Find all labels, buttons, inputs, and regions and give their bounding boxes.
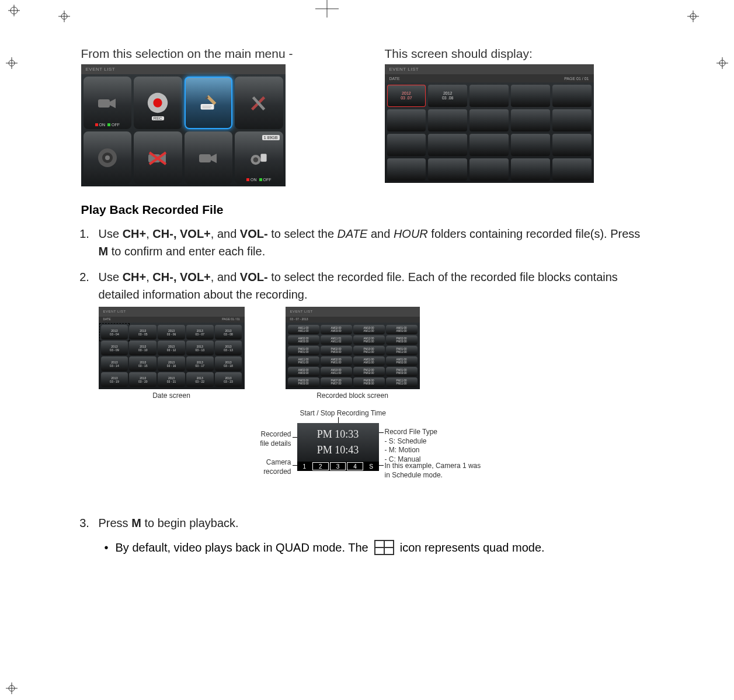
date-tile[interactable] (552, 134, 592, 156)
cam2-tile[interactable] (185, 131, 233, 184)
rec-label: REC (152, 116, 164, 120)
date-tile[interactable]: 201303 - 22 (186, 372, 214, 387)
date-tile[interactable]: 201303 - 18 (215, 356, 242, 371)
disabled-cam-tile[interactable] (134, 131, 182, 184)
main-menu-screenshot: EVENT LIST ON OFF (81, 64, 286, 186)
svg-marker-18 (110, 99, 116, 108)
date-tile[interactable]: 201303 - 07 (186, 325, 214, 339)
rec-tile[interactable]: REC (134, 77, 182, 129)
date-tile[interactable] (552, 85, 592, 107)
date-tile[interactable]: 201303 - 15 (129, 356, 156, 371)
date-tile[interactable] (469, 85, 509, 107)
cam-x-icon (145, 145, 171, 171)
hour-tile[interactable]: AM01:00AM01:00 (386, 325, 418, 334)
stop-time: PM 10:43 (297, 442, 379, 458)
date-tile[interactable]: 201303 - 13 (215, 341, 242, 355)
hour-tile[interactable]: PM02:00PM03:00 (386, 335, 418, 345)
date-tile[interactable]: 201303 - 13 (186, 341, 214, 355)
svg-rect-21 (200, 104, 214, 110)
hour-tile[interactable]: PM10:00PM11:00 (353, 346, 385, 355)
svg-point-20 (154, 98, 162, 107)
section-heading: Play Back Recorded File (81, 203, 653, 217)
hour-tile[interactable]: AM11:01AM11:02 (321, 335, 352, 345)
date-tile[interactable] (552, 158, 592, 181)
date-tile[interactable]: 201303 - 14 (101, 356, 128, 371)
date-tile[interactable] (428, 158, 467, 181)
hour-tile[interactable]: AM02:00AM03:00 (288, 335, 319, 345)
date-tile[interactable] (387, 109, 426, 131)
hour-tile[interactable]: PM08:00PM08:00 (353, 377, 385, 387)
hour-tile[interactable]: AM10:00AM11:00 (353, 325, 385, 334)
date-tile[interactable]: 201303 - 10 (129, 341, 156, 355)
hour-tile[interactable]: PM12:00PM02:00 (353, 367, 385, 376)
mini-date-screenshot: EVENT LIST DATEPAGE 01 / 01 201303 - 042… (99, 307, 245, 401)
hour-tile[interactable]: AM11:00AM11:00 (288, 325, 319, 334)
hour-tile[interactable]: AM02:00AM03:00 (288, 367, 319, 376)
date-tile[interactable] (511, 158, 550, 181)
hour-tile[interactable]: AM01:00AM01:00 (353, 356, 385, 366)
hour-tile[interactable]: AM11:00PM01:00 (288, 356, 319, 366)
date-tile[interactable] (469, 109, 509, 131)
page-indicator: PAGE 01 / 01 (564, 77, 589, 81)
hour-tile[interactable]: PM01:00PM11:00 (386, 346, 418, 355)
sd-icon (246, 145, 272, 171)
cam2-icon (196, 145, 221, 171)
hour-tile[interactable]: PM01:00PM01:00 (288, 346, 319, 355)
date-tile[interactable] (428, 134, 467, 156)
tools-tile[interactable] (235, 77, 283, 129)
date-tile[interactable]: 201303 - 20 (129, 372, 156, 387)
date-tile[interactable]: 201303 - 08 (215, 325, 242, 339)
speaker-icon (95, 145, 120, 171)
storage-tile[interactable]: 1 89GB ON OFF (235, 131, 283, 184)
reg-mark (687, 11, 699, 22)
hour-tile[interactable]: PM01:00PM03:00 (386, 367, 418, 376)
date-tile[interactable]: 201303 - 16 (158, 356, 185, 371)
step-1: Use CH+, CH-, VOL+, and VOL- to select t… (93, 225, 653, 260)
date-tile[interactable]: 201303 - 19 (101, 372, 128, 387)
write-tile[interactable] (185, 77, 233, 129)
date-tile[interactable]: 201303 - 17 (186, 356, 214, 371)
svg-rect-35 (199, 154, 211, 162)
hour-tile[interactable]: PM11:00PM11:00 (386, 377, 418, 387)
hour-tile[interactable]: AM01:00PM02:00 (386, 356, 418, 366)
date-tile[interactable] (511, 85, 550, 107)
cam-cell: S (364, 462, 379, 471)
date-tile[interactable] (552, 109, 592, 131)
hour-tile[interactable]: AM02:00AM03:00 (321, 325, 352, 334)
date-tile[interactable]: 201303 - 23 (215, 372, 242, 387)
date-tile[interactable]: 201203 .07 (387, 85, 426, 107)
date-tile[interactable]: 201303 - 09 (101, 341, 128, 355)
cam-cell: 1 (297, 462, 312, 471)
camera-tile[interactable]: ON OFF (84, 77, 132, 129)
date-tile[interactable]: 201203 .08 (428, 85, 467, 107)
caption-right: This screen should display: (385, 47, 653, 61)
hour-tile[interactable]: PM07:00PM07:00 (321, 377, 352, 387)
ann-right-type: Record File Type - S: Schedule - M: Moti… (385, 428, 438, 464)
date-tile[interactable]: 201303 - 05 (129, 325, 156, 339)
date-tile[interactable]: 201303 - 04 (101, 325, 128, 339)
date-tile[interactable] (511, 109, 550, 131)
date-tile[interactable] (469, 158, 509, 181)
date-tile[interactable] (511, 134, 550, 156)
cam-cell: 4 (347, 462, 363, 470)
date-tile[interactable] (469, 134, 509, 156)
hour-tile[interactable]: AM12:00PM01:00 (353, 335, 385, 345)
ann-left-1: Recordedfile details (256, 430, 291, 448)
caption-left: From this selection on the main menu - (81, 47, 350, 61)
hour-tile[interactable]: AM10:00AM11:00 (321, 367, 352, 376)
speaker-tile[interactable] (84, 131, 132, 184)
svg-point-38 (253, 157, 259, 162)
date-tile[interactable]: 201303 - 12 (158, 341, 185, 355)
pencil-icon (196, 90, 221, 116)
date-tile[interactable] (387, 134, 426, 156)
date-tile[interactable] (428, 109, 467, 131)
date-subtitle: DATE (389, 77, 400, 81)
ann-right-note: In this example, Camera 1 was in Schedul… (385, 462, 481, 480)
hour-tile[interactable]: PM02:00PM03:00 (321, 346, 352, 355)
ann-top: Start / Stop Recording Time (300, 409, 386, 418)
date-tile[interactable]: 201303 - 06 (158, 325, 185, 339)
date-tile[interactable] (387, 158, 426, 181)
date-tile[interactable]: 201303 - 21 (158, 372, 185, 387)
hour-tile[interactable]: PM03:00PM03:00 (288, 377, 319, 387)
hour-tile[interactable]: AM02:00PM01:00 (321, 356, 352, 366)
